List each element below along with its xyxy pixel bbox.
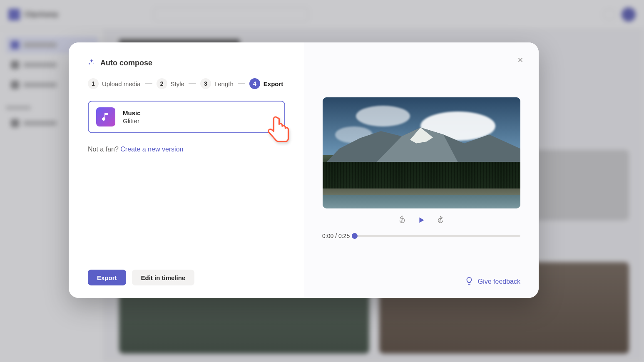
music-card[interactable]: Music Glitter — [88, 101, 285, 133]
edit-in-timeline-button[interactable]: Edit in timeline — [132, 270, 195, 285]
pointer-hand-icon — [264, 114, 293, 151]
svg-text:5: 5 — [401, 219, 403, 222]
step-length[interactable]: 3 Length — [200, 78, 234, 89]
player-controls: 5 5 — [322, 215, 520, 225]
close-button[interactable] — [515, 54, 526, 66]
create-new-version-link[interactable]: Create a new version — [120, 146, 183, 153]
seek-row: 0:00 / 0:25 — [322, 233, 520, 239]
step-export[interactable]: 4 Export — [249, 78, 283, 89]
modal-header: Auto compose — [88, 58, 285, 67]
step-style[interactable]: 2 Style — [157, 78, 184, 89]
modal-right-panel: 5 5 0:00 / 0:25 Give feedback — [304, 42, 539, 298]
time-total: 0:25 — [338, 233, 350, 239]
video-preview[interactable] — [323, 97, 520, 208]
step-separator — [145, 83, 152, 84]
step-label: Upload media — [102, 80, 141, 87]
sparkle-icon — [88, 58, 95, 67]
seek-knob[interactable] — [352, 233, 358, 239]
time-sep: / — [333, 233, 338, 239]
not-a-fan-prefix: Not a fan? — [88, 146, 120, 153]
time-current: 0:00 — [322, 233, 333, 239]
not-a-fan-text: Not a fan? Create a new version — [88, 146, 285, 153]
seek-bar[interactable] — [355, 235, 520, 237]
auto-compose-modal: Auto compose 1 Upload media 2 Style 3 Le… — [69, 42, 539, 298]
skip-back-button[interactable]: 5 — [397, 215, 407, 225]
music-track-name: Glitter — [123, 117, 141, 124]
step-upload-media[interactable]: 1 Upload media — [88, 78, 141, 89]
step-separator — [238, 83, 245, 84]
time-display: 0:00 / 0:25 — [322, 233, 350, 239]
music-label: Music — [123, 109, 141, 117]
step-number: 4 — [249, 78, 260, 89]
give-feedback-link[interactable]: Give feedback — [465, 276, 520, 287]
step-number: 3 — [200, 78, 211, 89]
step-separator — [189, 83, 196, 84]
stepper: 1 Upload media 2 Style 3 Length 4 Export — [88, 78, 285, 89]
svg-text:5: 5 — [439, 219, 441, 222]
play-button[interactable] — [416, 215, 426, 225]
feedback-label: Give feedback — [478, 278, 520, 285]
step-label: Length — [214, 80, 234, 87]
skip-forward-button[interactable]: 5 — [435, 215, 445, 225]
modal-title: Auto compose — [100, 59, 152, 67]
modal-footer-actions: Export Edit in timeline — [88, 270, 285, 285]
modal-left-panel: Auto compose 1 Upload media 2 Style 3 Le… — [69, 42, 304, 298]
export-button[interactable]: Export — [88, 270, 126, 285]
step-number: 1 — [88, 78, 99, 89]
music-note-icon — [96, 107, 115, 126]
lightbulb-icon — [465, 276, 474, 287]
step-number: 2 — [157, 78, 167, 89]
step-label: Export — [264, 80, 283, 87]
step-label: Style — [171, 80, 184, 87]
